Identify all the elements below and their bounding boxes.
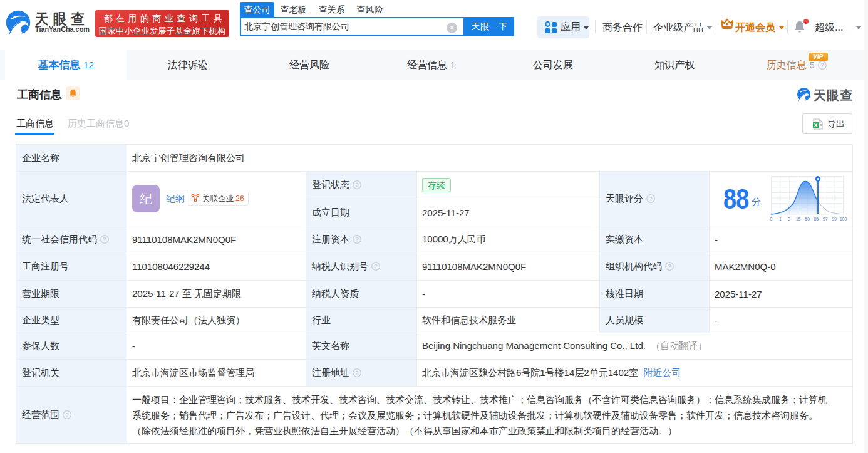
- svg-text:?: ?: [355, 182, 358, 188]
- svg-text:3: 3: [788, 217, 790, 221]
- svg-text:?: ?: [65, 412, 68, 418]
- svg-text:85: 85: [814, 217, 819, 221]
- svg-text:?: ?: [668, 263, 671, 269]
- svg-text:?: ?: [103, 236, 106, 242]
- svg-text:?: ?: [355, 370, 358, 376]
- svg-text:?: ?: [374, 263, 377, 269]
- svg-text:97: 97: [823, 217, 828, 221]
- svg-text:1: 1: [779, 217, 782, 221]
- svg-text:100: 100: [840, 217, 847, 221]
- svg-text:?: ?: [820, 62, 824, 68]
- svg-text:50: 50: [805, 217, 810, 221]
- svg-text:15: 15: [796, 217, 801, 221]
- svg-text:99: 99: [832, 217, 837, 221]
- svg-text:0: 0: [770, 217, 773, 221]
- svg-text:?: ?: [649, 195, 652, 202]
- svg-text:?: ?: [355, 236, 358, 242]
